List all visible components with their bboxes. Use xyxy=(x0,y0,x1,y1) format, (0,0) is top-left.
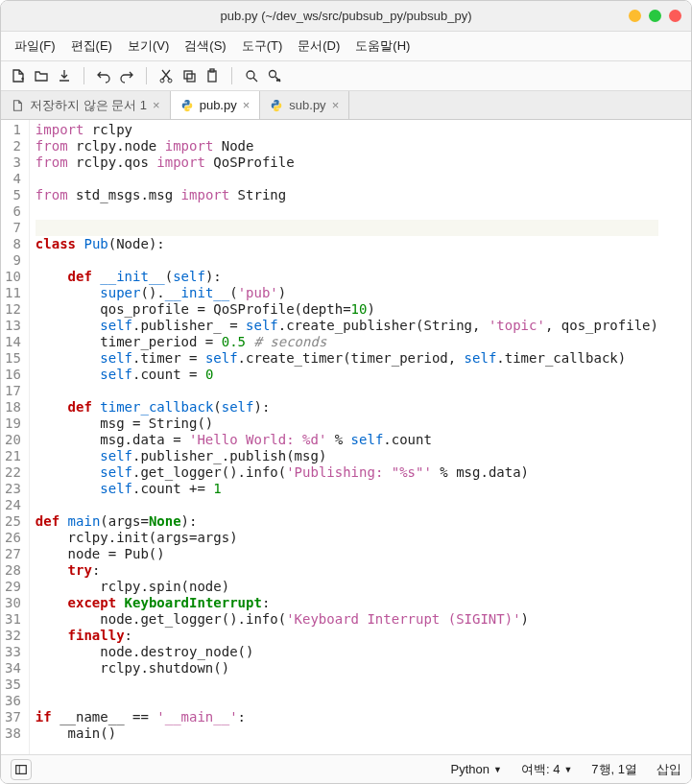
code-line[interactable]: node.destroy_node() xyxy=(36,644,658,660)
line-number: 23 xyxy=(5,481,21,497)
line-number: 35 xyxy=(5,677,21,693)
code-line[interactable]: node.get_logger().info('Keyboard Interru… xyxy=(36,611,658,628)
code-line[interactable]: self.publisher_.publish(msg) xyxy=(36,448,658,464)
code-line[interactable]: if __name__ == '__main__': xyxy=(36,709,658,725)
language-selector[interactable]: Python ▼ xyxy=(451,762,502,776)
open-file-button[interactable] xyxy=(32,66,51,85)
python-icon xyxy=(270,99,283,112)
code-line[interactable] xyxy=(36,220,658,236)
menu-documents[interactable]: 문서(D) xyxy=(292,36,346,57)
line-number: 37 xyxy=(5,709,21,725)
code-line[interactable]: node = Pub() xyxy=(36,546,658,562)
svg-rect-8 xyxy=(16,765,27,773)
code-area[interactable]: import rclpyfrom rclpy.node import Nodef… xyxy=(30,120,664,754)
line-number: 2 xyxy=(5,138,21,154)
chevron-down-icon: ▼ xyxy=(493,765,502,774)
code-line[interactable]: def __init__(self): xyxy=(36,269,658,285)
code-line[interactable]: self.count += 1 xyxy=(36,481,658,497)
line-number: 19 xyxy=(5,416,21,432)
code-line[interactable]: self.timer = self.create_timer(timer_per… xyxy=(36,350,658,367)
code-line[interactable]: def main(args=None): xyxy=(36,513,658,530)
minimize-button[interactable] xyxy=(629,10,641,22)
svg-rect-2 xyxy=(184,71,192,79)
toolbar-separator xyxy=(146,67,147,84)
line-number: 9 xyxy=(5,252,21,269)
tabwidth-selector[interactable]: 여백: 4 ▼ xyxy=(521,761,572,778)
menu-tools[interactable]: 도구(T) xyxy=(236,36,289,57)
paste-button[interactable] xyxy=(203,66,222,85)
chevron-down-icon: ▼ xyxy=(563,765,572,774)
code-line[interactable]: self.count = 0 xyxy=(36,367,658,383)
code-line[interactable] xyxy=(36,677,658,693)
code-line[interactable]: qos_profile = QoSProfile(depth=10) xyxy=(36,301,658,318)
code-line[interactable]: import rclpy xyxy=(36,122,658,138)
titlebar: pub.py (~/dev_ws/src/pubsub_py/pubsub_py… xyxy=(1,1,691,32)
find-replace-button[interactable] xyxy=(265,66,284,85)
code-line[interactable]: except KeyboardInterrupt: xyxy=(36,595,658,611)
menu-view[interactable]: 보기(V) xyxy=(122,36,175,57)
line-number: 30 xyxy=(5,595,21,611)
code-line[interactable]: timer_period = 0.5 # seconds xyxy=(36,334,658,350)
close-icon[interactable]: × xyxy=(153,98,160,112)
line-number: 14 xyxy=(5,334,21,350)
line-number: 4 xyxy=(5,171,21,187)
code-line[interactable]: self.publisher_ = self.create_publisher(… xyxy=(36,318,658,334)
code-line[interactable] xyxy=(36,693,658,709)
code-line[interactable] xyxy=(36,497,658,513)
statusbar: Python ▼ 여백: 4 ▼ 7행, 1열 삽입 xyxy=(1,754,691,783)
menu-search[interactable]: 검색(S) xyxy=(179,36,231,57)
code-line[interactable]: finally: xyxy=(36,628,658,644)
code-line[interactable]: super().__init__('pub') xyxy=(36,285,658,301)
cursor-position: 7행, 1열 xyxy=(591,761,637,778)
save-button[interactable] xyxy=(55,66,74,85)
line-number: 8 xyxy=(5,236,21,252)
menu-file[interactable]: 파일(F) xyxy=(9,36,61,57)
redo-button[interactable] xyxy=(117,66,136,85)
side-panel-toggle[interactable] xyxy=(11,759,32,780)
code-line[interactable]: try: xyxy=(36,562,658,579)
maximize-button[interactable] xyxy=(649,10,661,22)
code-line[interactable]: def timer_callback(self): xyxy=(36,399,658,416)
editor[interactable]: 1234567891011121314151617181920212223242… xyxy=(1,120,691,754)
line-numbers: 1234567891011121314151617181920212223242… xyxy=(1,120,30,754)
code-line[interactable]: msg.data = 'Hello World: %d' % self.coun… xyxy=(36,432,658,448)
code-line[interactable] xyxy=(36,383,658,399)
svg-rect-4 xyxy=(208,71,216,82)
line-number: 21 xyxy=(5,448,21,464)
tab--1[interactable]: 저장하지 않은 문서 1× xyxy=(1,91,171,119)
line-number: 18 xyxy=(5,399,21,416)
menu-help[interactable]: 도움말(H) xyxy=(349,36,416,57)
code-line[interactable]: rclpy.init(args=args) xyxy=(36,530,658,546)
window-controls xyxy=(629,10,681,22)
new-file-button[interactable] xyxy=(9,66,28,85)
line-number: 25 xyxy=(5,513,21,530)
code-line[interactable]: rclpy.shutdown() xyxy=(36,660,658,677)
cut-button[interactable] xyxy=(156,66,176,85)
code-line[interactable]: self.get_logger().info('Publishing: "%s"… xyxy=(36,464,658,481)
close-button[interactable] xyxy=(669,10,681,22)
close-icon[interactable]: × xyxy=(243,98,251,112)
insert-mode[interactable]: 삽입 xyxy=(656,761,681,778)
svg-point-7 xyxy=(270,71,276,78)
close-icon[interactable]: × xyxy=(332,98,340,112)
menu-edit[interactable]: 편집(E) xyxy=(65,36,118,57)
code-line[interactable]: from std_msgs.msg import String xyxy=(36,187,658,203)
code-line[interactable] xyxy=(36,203,658,220)
code-line[interactable] xyxy=(36,252,658,269)
code-line[interactable]: msg = String() xyxy=(36,416,658,432)
find-button[interactable] xyxy=(242,66,261,85)
tab-sub-py[interactable]: sub.py× xyxy=(260,91,349,119)
code-line[interactable]: rclpy.spin(node) xyxy=(36,579,658,595)
line-number: 34 xyxy=(5,660,21,677)
line-number: 24 xyxy=(5,497,21,513)
undo-button[interactable] xyxy=(94,66,113,85)
code-line[interactable]: main() xyxy=(36,725,658,742)
line-number: 20 xyxy=(5,432,21,448)
tab-pub-py[interactable]: pub.py× xyxy=(171,91,261,119)
code-line[interactable]: class Pub(Node): xyxy=(36,236,658,252)
code-line[interactable] xyxy=(36,171,658,187)
code-line[interactable]: from rclpy.qos import QoSProfile xyxy=(36,154,658,171)
code-line[interactable]: from rclpy.node import Node xyxy=(36,138,658,154)
line-number: 32 xyxy=(5,628,21,644)
copy-button[interactable] xyxy=(179,66,199,85)
